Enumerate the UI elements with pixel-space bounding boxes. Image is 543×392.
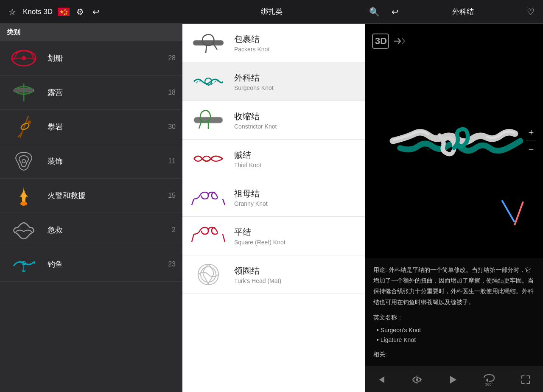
sidebar-item-fishing[interactable]: 钓鱼 23 (0, 247, 182, 282)
fullscreen-button[interactable] (517, 371, 535, 389)
firstaid-label: 急救 (48, 225, 168, 235)
firstaid-count: 2 (172, 226, 176, 234)
favorites-button[interactable]: ☆ (7, 5, 18, 19)
fishing-label: 钓鱼 (48, 259, 165, 269)
climbing-label: 攀岩 (48, 122, 165, 132)
knot-item-packers[interactable]: 包裹结 Packers Knot (182, 24, 365, 62)
square-name-zh: 平结 (234, 227, 358, 238)
svg-point-35 (416, 378, 418, 381)
camping-count: 18 (168, 89, 176, 96)
svg-point-17 (22, 160, 25, 163)
svg-point-18 (20, 202, 27, 206)
sidebar-item-climbing[interactable]: 攀岩 30 (0, 110, 182, 144)
turks-name-zh: 领圈结 (234, 265, 358, 277)
svg-line-31 (223, 234, 225, 242)
svg-line-29 (223, 199, 225, 205)
boating-label: 划船 (48, 53, 165, 63)
english-title: 英文名称： (373, 313, 535, 323)
surgeons-thumb (189, 67, 227, 96)
prev-knot-button[interactable] (373, 371, 390, 388)
svg-line-28 (192, 199, 194, 205)
knot-item-constrictor[interactable]: 收缩结 Constrictor Knot (182, 101, 365, 140)
detail-title: 外科结 (409, 7, 517, 17)
decorative-count: 11 (168, 157, 176, 165)
svg-rect-21 (193, 40, 224, 45)
header-center: 绑扎类 (182, 7, 361, 17)
header-left: ☆ Knots 3D ★ ★ ★ ★ ★ ⚙ ↩ (0, 5, 182, 19)
climbing-count: 30 (168, 123, 176, 131)
back-button-left[interactable]: ↩ (91, 5, 101, 19)
camping-label: 露营 (48, 87, 165, 98)
detail-toolbar: 360° (365, 367, 543, 392)
boating-count: 28 (168, 54, 176, 62)
square-thumb (189, 221, 227, 251)
zoom-divider (526, 141, 536, 141)
sidebar-item-camping[interactable]: 露营 18 (0, 76, 182, 110)
aliases-list: Surgeon's Knot Ligature Knot (373, 325, 535, 346)
alias-item: Ligature Knot (377, 335, 535, 345)
granny-info: 祖母结 Granny Knot (234, 188, 358, 207)
app-header: ☆ Knots 3D ★ ★ ★ ★ ★ ⚙ ↩ 绑扎类 🔍 ↩ 外科结 ♡ (0, 0, 543, 24)
sidebar-item-decorative[interactable]: 装饰 11 (0, 144, 182, 179)
sidebar-item-boating[interactable]: 划船 28 (0, 41, 182, 76)
sidebar-header: 类别 (0, 24, 182, 41)
packers-thumb (189, 28, 227, 58)
related-title: 相关: (373, 350, 535, 360)
granny-name-en: Granny Knot (234, 200, 358, 207)
knot-item-turks[interactable]: 领圈结 Turk's Head (Mat) (182, 255, 365, 294)
knot-list: 包裹结 Packers Knot 外科结 Surgeons Knot (182, 24, 365, 392)
firstaid-thumb (7, 216, 41, 244)
play-button[interactable] (444, 371, 462, 389)
svg-line-30 (192, 234, 194, 242)
granny-name-zh: 祖母结 (234, 188, 358, 199)
sidebar-item-firstaid[interactable]: 急救 2 (0, 213, 182, 247)
svg-line-23 (206, 45, 207, 53)
thief-name-en: Thief Knot (234, 162, 358, 168)
thief-name-zh: 贼结 (234, 149, 358, 161)
language-flag[interactable]: ★ ★ ★ ★ ★ (58, 8, 70, 16)
search-button[interactable]: 🔍 (367, 5, 381, 19)
fishing-thumb (7, 251, 41, 278)
svg-text:★: ★ (63, 13, 66, 16)
section-title: 绑扎类 (261, 7, 283, 17)
header-right: 🔍 ↩ 外科结 ♡ (361, 5, 543, 19)
logo-3d: 3D (372, 31, 414, 53)
surgeons-name-zh: 外科结 (234, 72, 358, 84)
fishing-count: 23 (168, 260, 176, 268)
main-content: 类别 划船 28 (0, 24, 543, 392)
camping-thumb (7, 79, 41, 106)
knot-item-granny[interactable]: 祖母结 Granny Knot (182, 178, 365, 217)
surgeons-name-en: Surgeons Knot (234, 84, 358, 91)
constrictor-thumb (189, 105, 227, 135)
packers-info: 包裹结 Packers Knot (234, 34, 358, 53)
svg-text:3D: 3D (375, 36, 387, 46)
rotate-360-button[interactable]: 360° (479, 370, 499, 390)
packers-name-en: Packers Knot (234, 46, 358, 53)
constrictor-info: 收缩结 Constrictor Knot (234, 111, 358, 130)
svg-marker-37 (486, 378, 488, 382)
packers-name-zh: 包裹结 (234, 34, 358, 45)
knot-item-surgeons[interactable]: 外科结 Surgeons Knot (182, 62, 365, 101)
thief-thumb (189, 144, 227, 174)
detail-panel: 3D (365, 24, 543, 392)
heart-button[interactable]: ♡ (525, 5, 536, 19)
knot-item-thief[interactable]: 贼结 Thief Knot (182, 140, 365, 178)
thief-info: 贼结 Thief Knot (234, 149, 358, 168)
rescue-label: 火警和救援 (48, 190, 165, 201)
knot-3d-svg (382, 94, 526, 188)
back-button-right[interactable]: ↩ (390, 5, 400, 19)
surgeons-info: 外科结 Surgeons Knot (234, 72, 358, 91)
knot-item-square[interactable]: 平结 Square (Reef) Knot (182, 217, 365, 255)
turks-name-en: Turk's Head (Mat) (234, 277, 358, 284)
climbing-thumb (7, 113, 41, 140)
sidebar-item-rescue[interactable]: 火警和救援 15 (0, 179, 182, 213)
settings-button[interactable]: ⚙ (75, 5, 86, 19)
category-sidebar: 类别 划船 28 (0, 24, 182, 392)
square-name-en: Square (Reef) Knot (234, 239, 358, 246)
zoom-in-button[interactable]: + (526, 126, 536, 139)
zoom-controls: + − (526, 126, 536, 156)
svg-point-15 (28, 120, 31, 124)
knot-3d-view: 3D (365, 24, 543, 258)
zoom-out-button[interactable]: − (526, 143, 536, 156)
shuffle-button[interactable] (408, 370, 426, 389)
